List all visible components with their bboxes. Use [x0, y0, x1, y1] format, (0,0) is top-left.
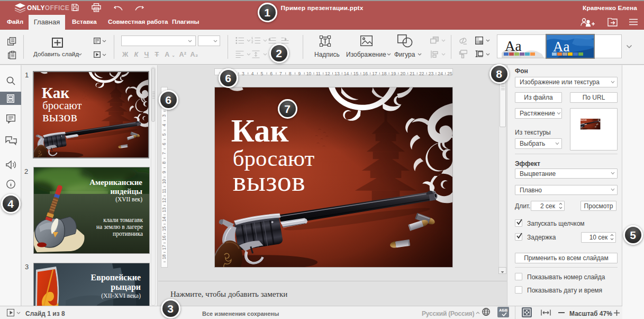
- svg-text:Американские: Американские: [89, 178, 142, 187]
- svg-text:8: 8: [289, 71, 292, 76]
- svg-text:7: 7: [161, 152, 167, 155]
- svg-text:4: 4: [251, 71, 254, 76]
- svg-text:Европейские: Европейские: [91, 273, 141, 282]
- svg-text:6: 6: [270, 71, 273, 76]
- svg-text:4: 4: [161, 123, 167, 126]
- svg-text:16: 16: [362, 71, 368, 76]
- svg-text:24: 24: [438, 71, 443, 76]
- svg-text:20: 20: [400, 71, 405, 76]
- svg-text:25: 25: [447, 71, 452, 76]
- svg-text:Aa: Aa: [505, 38, 521, 54]
- svg-text:индейцы: индейцы: [110, 187, 142, 196]
- svg-text:рыцари: рыцари: [111, 282, 141, 292]
- svg-text:5: 5: [260, 71, 263, 76]
- svg-text:8: 8: [161, 161, 167, 164]
- svg-text:11: 11: [316, 71, 321, 76]
- svg-text:22: 22: [419, 71, 424, 76]
- svg-text:клали томагавк: клали томагавк: [103, 217, 143, 223]
- svg-text:11: 11: [161, 189, 167, 193]
- svg-text:(XVII век): (XVII век): [115, 196, 142, 203]
- svg-text:23: 23: [429, 71, 434, 76]
- svg-text:3: 3: [161, 114, 167, 117]
- svg-text:17: 17: [372, 71, 377, 76]
- svg-text:9: 9: [298, 71, 301, 76]
- svg-text:13: 13: [161, 207, 167, 212]
- svg-text:19: 19: [391, 71, 396, 76]
- svg-text:6: 6: [161, 143, 167, 145]
- svg-text:9: 9: [161, 171, 167, 173]
- svg-text:12: 12: [161, 198, 167, 203]
- svg-text:16: 16: [161, 235, 167, 241]
- svg-text:10: 10: [161, 179, 167, 184]
- svg-text:10: 10: [306, 71, 312, 76]
- svg-text:5: 5: [161, 133, 167, 136]
- svg-text:12: 12: [325, 71, 330, 76]
- svg-text:противника: противника: [113, 231, 143, 237]
- svg-text:Aa: Aa: [553, 39, 569, 55]
- svg-text:13: 13: [334, 71, 340, 76]
- svg-text:7: 7: [279, 71, 282, 76]
- svg-text:18: 18: [161, 254, 167, 260]
- svg-text:21: 21: [410, 71, 415, 76]
- svg-text:14: 14: [344, 71, 349, 76]
- svg-text:15: 15: [161, 226, 167, 231]
- svg-text:18: 18: [382, 71, 387, 76]
- svg-text:14: 14: [161, 217, 167, 222]
- svg-text:15: 15: [353, 71, 359, 76]
- svg-text:(XII-XVI века): (XII-XVI века): [101, 292, 141, 299]
- svg-text:на землю в лагере: на землю в лагере: [96, 224, 143, 231]
- svg-text:3: 3: [242, 71, 244, 76]
- svg-text:17: 17: [161, 245, 167, 250]
